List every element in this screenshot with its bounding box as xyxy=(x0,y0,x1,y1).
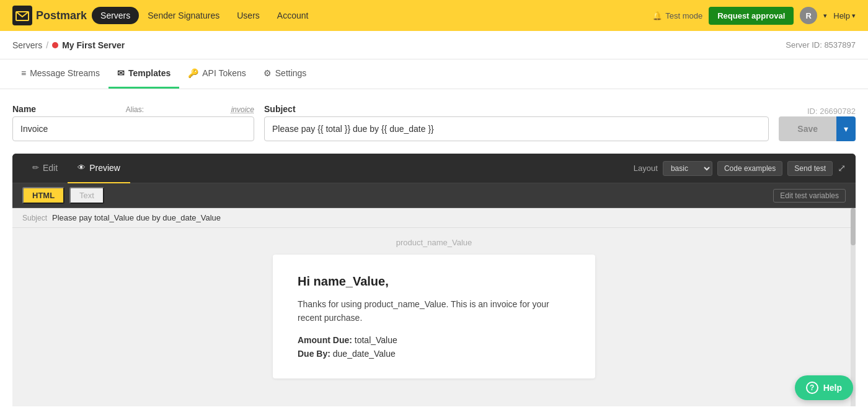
subject-label: Subject xyxy=(264,104,296,114)
test-mode-indicator: 🔔 Test mode xyxy=(652,11,702,20)
nav-servers[interactable]: Servers xyxy=(92,7,139,24)
logo: Postmark xyxy=(12,6,87,25)
html-tab-button[interactable]: HTML xyxy=(22,187,64,204)
breadcrumb-servers-link[interactable]: Servers xyxy=(12,40,42,50)
help-nav-button[interactable]: Help ▾ xyxy=(833,11,856,20)
email-body-text: Thanks for using product_name_Value. Thi… xyxy=(298,297,570,325)
tab-preview[interactable]: 👁 Preview xyxy=(68,154,130,183)
expand-icon[interactable]: ⤢ xyxy=(838,162,846,174)
nav-right: 🔔 Test mode Request approval R ▾ Help ▾ xyxy=(652,7,856,25)
html-text-tabs-row: HTML Text Edit test variables xyxy=(12,183,856,208)
message-streams-icon: ≡ xyxy=(21,68,26,78)
editor-container: ✏ Edit 👁 Preview Layout basic minimal Co… xyxy=(12,154,856,406)
tab-message-streams[interactable]: ≡ Message Streams xyxy=(12,59,108,89)
editor-toolbar-right: Layout basic minimal Code examples Send … xyxy=(634,161,846,176)
nav-sender-signatures[interactable]: Sender Signatures xyxy=(139,7,228,24)
edit-pencil-icon: ✏ xyxy=(32,163,39,172)
svg-rect-0 xyxy=(12,6,32,25)
server-status-dot xyxy=(52,42,58,48)
name-input[interactable] xyxy=(12,116,254,141)
sub-nav: ≡ Message Streams ✉ Templates 🔑 API Toke… xyxy=(0,59,868,89)
preview-product-name: product_name_Value xyxy=(396,238,472,247)
bell-icon: 🔔 xyxy=(652,11,662,20)
layout-select[interactable]: basic minimal xyxy=(663,161,712,176)
avatar-button[interactable]: R xyxy=(800,7,817,24)
breadcrumb-bar: Servers / My First Server Server ID: 853… xyxy=(0,31,868,59)
save-dropdown-button[interactable]: ▾ xyxy=(836,116,856,141)
email-greeting: Hi name_Value, xyxy=(298,274,570,289)
tab-edit[interactable]: ✏ Edit xyxy=(22,154,68,183)
code-examples-button[interactable]: Code examples xyxy=(717,161,782,176)
amount-due-value: total_Value xyxy=(355,335,397,345)
server-id-label: Server ID: 8537897 xyxy=(786,40,856,50)
name-label-row: Name Alias: invoice xyxy=(12,104,254,114)
editor-toolbar: ✏ Edit 👁 Preview Layout basic minimal Co… xyxy=(12,154,856,183)
request-approval-button[interactable]: Request approval xyxy=(709,7,794,25)
due-by-label: Due By: xyxy=(298,349,330,359)
subject-input[interactable] xyxy=(264,116,769,141)
alias-value: invoice xyxy=(231,105,254,114)
scrollbar-track[interactable] xyxy=(851,208,856,406)
template-id-label: ID: 26690782 xyxy=(807,104,856,116)
avatar-chevron-icon: ▾ xyxy=(823,12,827,20)
preview-area: Subject Please pay total_Value due by du… xyxy=(12,208,856,406)
preview-subject-label: Subject xyxy=(22,214,47,222)
subject-label-row: Subject xyxy=(264,104,769,114)
alias-label: Alias: xyxy=(126,105,144,114)
send-test-button[interactable]: Send test xyxy=(787,161,833,176)
help-fab-icon: ? xyxy=(806,382,818,394)
save-button-group: Save ▾ xyxy=(779,116,856,141)
name-field-group: Name Alias: invoice xyxy=(12,104,254,141)
nav-account[interactable]: Account xyxy=(268,7,317,24)
name-label: Name xyxy=(12,104,36,114)
scrollbar-thumb[interactable] xyxy=(851,208,856,245)
email-due-by: Due By: due_date_Value xyxy=(298,349,570,359)
tab-templates[interactable]: ✉ Templates xyxy=(108,59,179,89)
help-chevron-icon: ▾ xyxy=(852,12,856,20)
main-content: Name Alias: invoice Subject Save ▾ ID: 2… xyxy=(0,89,868,406)
edit-test-variables-button[interactable]: Edit test variables xyxy=(773,189,846,203)
preview-eye-icon: 👁 xyxy=(78,163,86,172)
tab-api-tokens[interactable]: 🔑 API Tokens xyxy=(179,59,255,89)
save-button[interactable]: Save xyxy=(779,116,836,141)
preview-content-area: product_name_Value Hi name_Value, Thanks… xyxy=(12,228,856,388)
amount-due-label: Amount Due: xyxy=(298,335,352,345)
breadcrumb: Servers / My First Server xyxy=(12,40,125,50)
logo-text: Postmark xyxy=(36,9,87,22)
email-card: Hi name_Value, Thanks for using product_… xyxy=(273,255,595,378)
settings-icon: ⚙ xyxy=(264,68,272,78)
breadcrumb-separator: / xyxy=(46,40,48,50)
api-tokens-icon: 🔑 xyxy=(188,68,198,78)
text-tab-button[interactable]: Text xyxy=(69,187,104,204)
template-form-row: Name Alias: invoice Subject Save ▾ ID: 2… xyxy=(12,104,856,141)
email-amount-due: Amount Due: total_Value xyxy=(298,335,570,345)
layout-label: Layout xyxy=(634,164,658,173)
preview-subject-value: Please pay total_Value due by due_date_V… xyxy=(52,213,221,222)
subject-field-group: Subject xyxy=(264,104,769,141)
templates-icon: ✉ xyxy=(117,68,125,78)
breadcrumb-server-name: My First Server xyxy=(62,40,125,50)
preview-subject-bar: Subject Please pay total_Value due by du… xyxy=(12,208,856,228)
top-nav: Postmark Servers Sender Signatures Users… xyxy=(0,0,868,31)
due-by-value: due_date_Value xyxy=(333,349,396,359)
help-fab-button[interactable]: ? Help xyxy=(795,375,853,400)
tab-settings[interactable]: ⚙ Settings xyxy=(255,59,316,89)
nav-users[interactable]: Users xyxy=(228,7,268,24)
